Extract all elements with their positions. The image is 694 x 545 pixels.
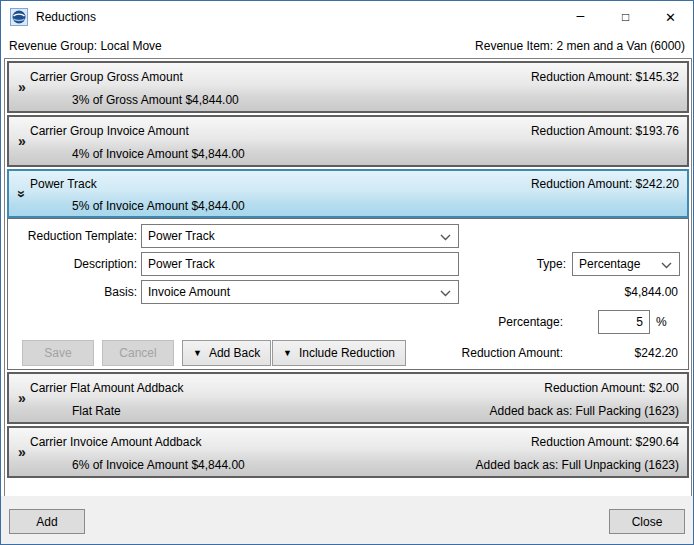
save-button[interactable]: Save <box>22 340 94 366</box>
basis-combobox[interactable]: Invoice Amount <box>141 280 459 304</box>
percentage-field[interactable] <box>598 310 650 334</box>
panel-reduction-amount: Reduction Amount: $145.32 <box>531 70 679 84</box>
panel-reduction-amount: Reduction Amount: $193.76 <box>531 124 679 138</box>
panel-title: Carrier Group Gross Amount <box>30 70 183 84</box>
panel-reduction-amount: Reduction Amount: $290.64 <box>531 435 679 449</box>
description-field[interactable] <box>141 252 459 276</box>
include-reduction-button[interactable]: ▼ Include Reduction <box>272 340 406 366</box>
chevron-down-icon <box>440 290 451 297</box>
reduction-panel-carrier-flat-addback[interactable]: » Carrier Flat Amount Addback Reduction … <box>7 372 689 424</box>
expand-chevron-icon[interactable]: » <box>18 134 26 148</box>
panel-title: Carrier Invoice Amount Addback <box>30 435 201 449</box>
maximize-button[interactable]: □ <box>603 1 648 33</box>
add-reduction-button[interactable]: Add <box>9 509 85 534</box>
panel-title: Carrier Group Invoice Amount <box>30 124 189 138</box>
reduction-panel-power-track[interactable]: » Power Track Reduction Amount: $242.20 … <box>7 169 689 218</box>
cancel-button[interactable]: Cancel <box>102 340 174 366</box>
chevron-down-icon <box>440 234 451 241</box>
basis-label: Basis: <box>12 280 137 304</box>
reductions-dialog: Reductions – □ ✕ Revenue Group: Local Mo… <box>0 0 694 545</box>
reductions-list: » Carrier Group Gross Amount Reduction A… <box>4 58 692 497</box>
expand-chevron-icon[interactable]: » <box>18 80 26 94</box>
panel-added-back: Added back as: Full Unpacking (1623) <box>476 458 679 472</box>
type-combobox[interactable]: Percentage <box>572 252 680 276</box>
panel-subtitle: 6% of Invoice Amount $4,844.00 <box>72 458 245 472</box>
close-button[interactable]: ✕ <box>648 1 693 33</box>
minimize-button[interactable]: – <box>558 1 603 33</box>
revenue-item-label: Revenue Item: 2 men and a Van (6000) <box>475 39 685 53</box>
panel-subtitle: 4% of Invoice Amount $4,844.00 <box>72 147 245 161</box>
close-dialog-button[interactable]: Close <box>609 509 685 534</box>
panel-title: Carrier Flat Amount Addback <box>30 381 183 395</box>
dropdown-triangle-icon: ▼ <box>283 348 292 358</box>
dropdown-triangle-icon: ▼ <box>193 348 202 358</box>
reduction-panel-carrier-group-gross[interactable]: » Carrier Group Gross Amount Reduction A… <box>7 61 689 113</box>
add-back-button[interactable]: ▼ Add Back <box>182 340 271 366</box>
reduction-amount-label: Reduction Amount: <box>423 340 563 364</box>
reduction-panel-carrier-invoice-addback[interactable]: » Carrier Invoice Amount Addback Reducti… <box>7 426 689 478</box>
description-label: Description: <box>12 252 137 276</box>
reduction-template-combobox[interactable]: Power Track <box>141 224 459 248</box>
reduction-amount-value: $242.20 <box>588 340 678 364</box>
panel-subtitle: 3% of Gross Amount $4,844.00 <box>72 93 239 107</box>
dialog-footer: Add Close <box>1 496 693 544</box>
basis-amount: $4,844.00 <box>578 280 678 304</box>
percentage-label: Percentage: <box>463 310 563 334</box>
panel-reduction-amount: Reduction Amount: $2.00 <box>544 381 679 395</box>
reduction-edit-form: Reduction Template: Power Track Descript… <box>7 218 689 370</box>
panel-title: Power Track <box>30 177 97 191</box>
expand-chevron-icon[interactable]: » <box>18 445 26 459</box>
panel-reduction-amount: Reduction Amount: $242.20 <box>531 177 679 191</box>
percent-suffix: % <box>656 310 672 334</box>
titlebar: Reductions – □ ✕ <box>1 1 693 33</box>
expand-chevron-icon[interactable]: » <box>18 391 26 405</box>
reduction-template-label: Reduction Template: <box>12 224 137 248</box>
revenue-header: Revenue Group: Local Move Revenue Item: … <box>1 33 693 58</box>
panel-subtitle: 5% of Invoice Amount $4,844.00 <box>72 199 245 213</box>
panel-subtitle: Flat Rate <box>72 404 121 418</box>
collapse-chevron-icon[interactable]: » <box>15 190 29 198</box>
app-icon <box>10 8 28 26</box>
window-title: Reductions <box>36 10 96 24</box>
chevron-down-icon <box>661 262 672 269</box>
panel-added-back: Added back as: Full Packing (1623) <box>490 404 679 418</box>
reduction-panel-carrier-group-invoice[interactable]: » Carrier Group Invoice Amount Reduction… <box>7 115 689 167</box>
type-label: Type: <box>506 252 566 276</box>
revenue-group-label: Revenue Group: Local Move <box>9 39 162 53</box>
